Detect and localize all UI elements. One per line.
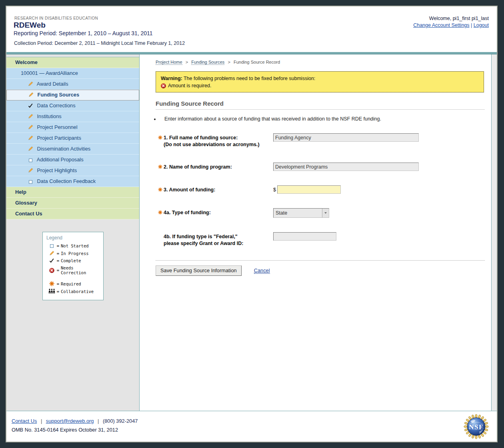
sidebar-item-institutions[interactable]: Institutions xyxy=(6,111,139,122)
footer-phone: (800) 392-2047 xyxy=(103,418,138,424)
check-icon xyxy=(27,101,34,112)
sidebar-item-award-details[interactable]: Award Details xyxy=(6,79,139,90)
page-footer: Contact Us | support@rdeweb.org | (800) … xyxy=(6,411,497,442)
collection-period: Collection Period: December 2, 2011 – Mi… xyxy=(14,40,185,46)
sidebar: Welcome 100001 — AwardAlliance Award Det… xyxy=(6,54,140,411)
warning-box: Warning: The following problems need to … xyxy=(156,71,484,92)
sidebar-item-label: Contact Us xyxy=(15,211,42,217)
page-title: Funding Source Record xyxy=(156,100,485,110)
page-header: RESEARCH IN DISABILITIES EDUCATION RDEWe… xyxy=(6,6,497,52)
sidebar-item-contact-us[interactable]: Contact Us xyxy=(6,209,139,219)
footer-contact-line: Contact Us | support@rdeweb.org | (800) … xyxy=(12,418,497,424)
form-row-funding-type: 4a. Type of funding: State xyxy=(156,208,491,218)
program-eyebrow: RESEARCH IN DISABILITIES EDUCATION xyxy=(14,16,98,20)
warning-title: Warning: xyxy=(161,76,182,81)
grant-id-input[interactable] xyxy=(273,232,336,241)
legend-item-in-progress: = In Progress xyxy=(48,251,100,256)
footer-omb: OMB No. 3145-0164 Expires October 31, 20… xyxy=(12,427,497,433)
not-started-icon xyxy=(48,244,55,248)
legend-item-needs-correction: = Needs Correction xyxy=(48,265,100,275)
pencil-icon xyxy=(27,123,34,133)
breadcrumb-project-home[interactable]: Project Home xyxy=(156,60,182,65)
sidebar-item-welcome[interactable]: Welcome xyxy=(6,57,139,68)
welcome-user: Welcome, pi1_first pi1_last xyxy=(413,15,489,22)
header-link-separator: | xyxy=(471,22,472,28)
main-content: Project Home > Funding Sources > Funding… xyxy=(140,54,492,411)
funding-source-form: 1. Full name of funding source: (Do not … xyxy=(156,133,491,276)
legend-label: In Progress xyxy=(61,251,89,256)
legend-box: Legend = Not Started = In Progress = Com… xyxy=(42,232,104,300)
sidebar-item-label: Additional Proposals xyxy=(37,157,84,163)
sidebar-item-project-personnel[interactable]: Project Personnel xyxy=(6,122,139,133)
field-label: 3. Amount of funding: xyxy=(156,185,273,194)
sidebar-item-funding-sources[interactable]: Funding Sources xyxy=(6,90,139,100)
sidebar-item-label: Dissemination Activities xyxy=(37,146,91,152)
legend-label: Complete xyxy=(61,258,81,263)
form-instruction: Enter information about a source of fund… xyxy=(160,116,491,122)
cancel-link[interactable]: Cancel xyxy=(254,267,270,274)
sidebar-item-label: 100001 — AwardAlliance xyxy=(21,70,78,76)
legend-item-collaborative: = Collaborative xyxy=(48,289,100,294)
funding-type-select[interactable]: State xyxy=(273,208,329,218)
sidebar-item-label: Welcome xyxy=(15,59,38,65)
warning-error-item: Amount is required. xyxy=(161,83,479,88)
footer-email-link[interactable]: support@rdeweb.org xyxy=(46,418,94,424)
amount-input[interactable] xyxy=(277,185,341,194)
sidebar-item-label: Glossary xyxy=(15,200,37,206)
form-row-program-name: 2. Name of funding program: xyxy=(156,163,491,171)
footer-contact-link[interactable]: Contact Us xyxy=(12,418,37,424)
program-name-input[interactable] xyxy=(273,163,419,171)
required-icon xyxy=(158,164,162,171)
field-label: 2. Name of funding program: xyxy=(156,163,273,171)
in-progress-icon xyxy=(48,251,55,256)
form-actions: Save Funding Source Information Cancel xyxy=(156,265,491,276)
sidebar-item-additional-proposals[interactable]: Additional Proposals xyxy=(6,155,139,165)
app-title: RDEWeb xyxy=(14,21,46,30)
sidebar-item-dissemination-activities[interactable]: Dissemination Activities xyxy=(6,144,139,155)
form-row-source-name: 1. Full name of funding source: (Do not … xyxy=(156,133,491,148)
sidebar-item-label: Data Collection Feedback xyxy=(37,178,96,184)
sidebar-item-data-corrections[interactable]: Data Corrections xyxy=(6,100,139,111)
required-icon xyxy=(158,187,162,194)
sidebar-item-project-participants[interactable]: Project Participants xyxy=(6,133,139,144)
pencil-icon xyxy=(27,112,34,123)
save-button[interactable]: Save Funding Source Information xyxy=(156,265,242,276)
pencil-icon xyxy=(27,134,34,144)
sidebar-item-label: Award Details xyxy=(37,81,68,87)
change-account-settings-link[interactable]: Change Account Settings xyxy=(413,22,469,28)
needs-correction-icon xyxy=(48,268,55,273)
breadcrumb-current: Funding Source Record xyxy=(234,60,280,64)
required-icon xyxy=(158,135,162,142)
nsf-logo: NSF xyxy=(464,414,489,439)
not-started-icon xyxy=(27,177,34,187)
sidebar-item-label: Data Corrections xyxy=(37,102,76,108)
source-name-input[interactable] xyxy=(273,133,419,142)
legend-label: Collaborative xyxy=(61,289,94,294)
legend-item-complete: = Complete xyxy=(48,258,100,263)
legend-label: Not Started xyxy=(61,243,89,248)
breadcrumb: Project Home > Funding Sources > Funding… xyxy=(156,60,491,64)
sidebar-item-label: Project Participants xyxy=(37,135,81,141)
legend-title: Legend xyxy=(46,235,100,241)
logout-link[interactable]: Logout xyxy=(474,22,489,28)
sidebar-item-data-collection-feedback[interactable]: Data Collection Feedback xyxy=(6,176,139,187)
funding-type-value: State xyxy=(274,210,322,216)
warning-error-text: Amount is required. xyxy=(168,83,211,88)
complete-icon xyxy=(48,258,55,263)
sidebar-item-project-highlights[interactable]: Project Highlights xyxy=(6,165,139,176)
account-area: Welcome, pi1_first pi1_last Change Accou… xyxy=(413,15,489,29)
legend-item-not-started: = Not Started xyxy=(48,243,100,248)
sidebar-item-award[interactable]: 100001 — AwardAlliance xyxy=(6,68,139,79)
sidebar-item-label: Help xyxy=(15,189,26,195)
legend-label: Required xyxy=(61,281,81,286)
legend-label: Needs Correction xyxy=(61,265,100,275)
sidebar-item-help[interactable]: Help xyxy=(6,187,139,198)
currency-prefix: $ xyxy=(273,187,276,193)
sidebar-item-label: Project Highlights xyxy=(37,167,77,173)
sidebar-item-glossary[interactable]: Glossary xyxy=(6,198,139,209)
collaborative-icon xyxy=(48,289,55,294)
app-window: RESEARCH IN DISABILITIES EDUCATION RDEWe… xyxy=(6,6,498,442)
breadcrumb-funding-sources[interactable]: Funding Sources xyxy=(191,60,224,65)
select-dropdown-button[interactable] xyxy=(322,209,329,217)
field-label: 4b. If funding type is "Federal," please… xyxy=(156,232,273,247)
